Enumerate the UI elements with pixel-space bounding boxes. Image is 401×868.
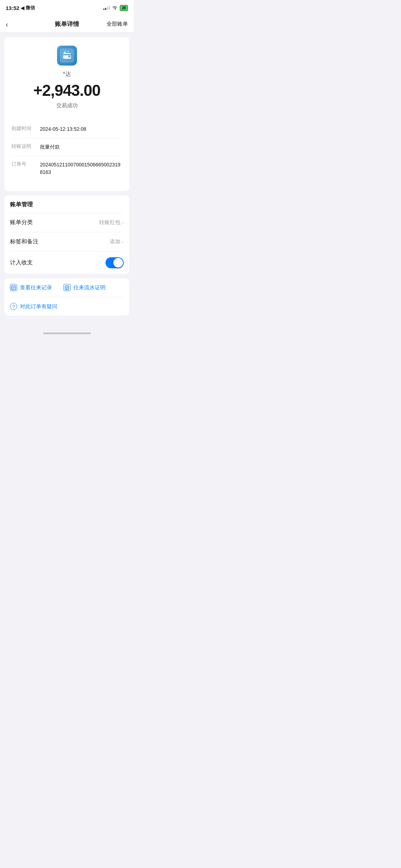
statement-button[interactable]: 往来流水证明 [63, 284, 106, 291]
section-title: 账单管理 [10, 195, 124, 213]
chevron-right-tags-icon: › [122, 239, 124, 245]
svg-rect-2 [68, 56, 70, 57]
nav-title: 账单详情 [34, 20, 99, 28]
chevron-left-icon: ‹ [6, 21, 8, 28]
status-icons: 28 [103, 5, 128, 11]
transaction-amount: +2,943.00 [34, 82, 101, 99]
home-bar [43, 332, 91, 334]
statement-label: 往来流水证明 [73, 284, 106, 291]
detail-row-desc: 转账说明 批量付款 [11, 138, 122, 156]
income-toggle[interactable] [106, 257, 124, 268]
detail-value-desc: 批量付款 [40, 143, 122, 151]
detail-row-order: 订单号 202405121100700015066650023198163 [11, 156, 122, 181]
chevron-right-icon: › [122, 219, 124, 226]
merchant-icon [57, 46, 77, 66]
status-bar: 13:52 ◀ 微信 28 [0, 0, 134, 16]
back-button[interactable]: ‹ [6, 21, 34, 28]
mgmt-row-income: 计入收支 [10, 251, 124, 274]
actions-row: 查看往来记录 往来流水证明 [10, 284, 124, 297]
signal-icon [103, 6, 110, 10]
detail-label-desc: 转账说明 [11, 143, 40, 151]
view-records-label: 查看往来记录 [20, 284, 52, 291]
detail-value-order: 202405121100700015066650023198163 [40, 161, 122, 176]
detail-row-time: 创建时间 2024-05-12 13:52:08 [11, 120, 122, 138]
all-bills-button[interactable]: 全部账单 [99, 21, 128, 27]
statement-icon [63, 284, 71, 291]
question-button[interactable]: ? 对此订单有疑问 [10, 303, 124, 310]
tags-value: 添加 [110, 238, 120, 245]
battery-indicator: 28 [120, 5, 128, 11]
status-time: 13:52 ◀ 微信 [6, 5, 35, 11]
actions-card: 查看往来记录 往来流水证明 ? 对此订单有疑问 [4, 278, 129, 316]
transaction-card: *达 +2,943.00 交易成功 创建时间 2024-05-12 13:52:… [4, 37, 129, 191]
nav-bar: ‹ 账单详情 全部账单 [0, 16, 134, 33]
transaction-status: 交易成功 [56, 102, 78, 109]
mgmt-right-tags: 添加 › [110, 238, 124, 245]
mgmt-right-category: 转账红包 › [99, 219, 124, 226]
location-icon: ◀ [21, 5, 24, 11]
question-icon: ? [10, 303, 17, 310]
mgmt-label-category: 账单分类 [10, 219, 33, 226]
detail-label-order: 订单号 [11, 161, 40, 176]
wechat-back-label: 微信 [26, 5, 35, 11]
svg-rect-1 [63, 54, 71, 55]
management-card: 账单管理 账单分类 转账红包 › 标签和备注 添加 › 计入收支 [4, 195, 129, 274]
detail-value-time: 2024-05-12 13:52:08 [40, 125, 122, 133]
mgmt-row-category[interactable]: 账单分类 转账红包 › [10, 213, 124, 232]
mgmt-label-tags: 标签和备注 [10, 238, 38, 246]
view-records-button[interactable]: 查看往来记录 [10, 284, 52, 291]
time-display: 13:52 [6, 5, 19, 11]
question-label: 对此订单有疑问 [20, 303, 57, 310]
detail-rows: 创建时间 2024-05-12 13:52:08 转账说明 批量付款 订单号 2… [11, 120, 122, 181]
mgmt-row-tags[interactable]: 标签和备注 添加 › [10, 232, 124, 251]
home-indicator [0, 327, 134, 339]
mgmt-label-income: 计入收支 [10, 259, 33, 267]
merchant-name: *达 [63, 71, 71, 78]
records-icon [10, 284, 17, 291]
merchant-icon-inner [60, 48, 74, 63]
toggle-knob [113, 258, 123, 268]
category-value: 转账红包 [99, 219, 120, 226]
svg-point-3 [64, 51, 66, 53]
wifi-icon [112, 6, 118, 10]
main-content: *达 +2,943.00 交易成功 创建时间 2024-05-12 13:52:… [0, 33, 134, 320]
detail-label-time: 创建时间 [11, 125, 40, 133]
